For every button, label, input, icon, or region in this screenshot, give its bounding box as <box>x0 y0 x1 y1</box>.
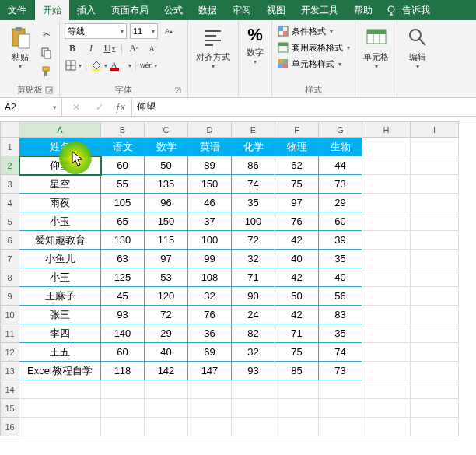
table-cell[interactable] <box>411 268 459 287</box>
table-cell[interactable] <box>362 156 411 175</box>
font-size-select[interactable]: 11▾ <box>130 23 158 39</box>
tell-me[interactable]: 告诉我 <box>402 0 438 20</box>
table-cell[interactable]: 150 <box>188 175 232 194</box>
table-cell[interactable] <box>319 418 362 436</box>
table-cell[interactable]: 35 <box>232 194 275 212</box>
font-name-select[interactable]: 等线▾ <box>65 23 127 39</box>
table-cell[interactable]: 42 <box>275 268 319 287</box>
table-cell[interactable] <box>362 399 411 418</box>
table-cell[interactable] <box>275 418 319 436</box>
table-cell[interactable]: 29 <box>145 324 188 343</box>
table-cell[interactable]: 100 <box>188 231 232 250</box>
confirm-check-icon[interactable]: ✓ <box>92 100 107 115</box>
phonetic-button[interactable]: wén <box>140 58 158 73</box>
tab-dev[interactable]: 开发工具 <box>293 0 346 20</box>
table-cell[interactable] <box>101 418 145 436</box>
tab-review[interactable]: 审阅 <box>225 0 259 20</box>
table-cell[interactable]: 42 <box>275 306 319 324</box>
table-header-cell[interactable]: 生物 <box>319 138 362 156</box>
table-cell[interactable]: 张三 <box>19 306 101 324</box>
table-header-cell[interactable]: 数学 <box>145 138 188 156</box>
table-cell[interactable] <box>319 399 362 418</box>
table-cell[interactable]: 72 <box>145 306 188 324</box>
table-header-cell[interactable] <box>362 138 411 156</box>
table-cell[interactable]: 76 <box>275 212 319 231</box>
table-cell[interactable]: 74 <box>319 343 362 362</box>
table-cell[interactable]: 小鱼儿 <box>19 250 101 268</box>
table-cell[interactable]: 32 <box>188 287 232 306</box>
number-button[interactable]: % 数字 ▾ <box>243 23 267 67</box>
table-cell[interactable]: 王麻子 <box>19 287 101 306</box>
table-cell[interactable]: 71 <box>275 324 319 343</box>
cells-button[interactable]: 单元格 ▾ <box>360 23 392 72</box>
conditional-format-button[interactable]: 条件格式▾ <box>277 23 350 39</box>
fx-icon[interactable]: ƒx <box>115 102 125 113</box>
table-cell[interactable] <box>411 175 459 194</box>
table-cell[interactable]: 李四 <box>19 324 101 343</box>
table-cell[interactable] <box>411 362 459 380</box>
format-table-button[interactable]: 套用表格格式▾ <box>277 40 350 55</box>
bold-button[interactable]: B <box>65 40 80 56</box>
table-header-cell[interactable]: 语文 <box>101 138 145 156</box>
table-cell[interactable]: 42 <box>275 231 319 250</box>
row-header[interactable]: 1 <box>1 138 19 156</box>
lightbulb-icon[interactable] <box>380 0 402 20</box>
table-cell[interactable]: 147 <box>188 362 232 380</box>
table-cell[interactable] <box>362 287 411 306</box>
fill-color-button[interactable] <box>90 58 107 73</box>
table-cell[interactable] <box>188 399 232 418</box>
select-all-corner[interactable] <box>1 122 19 138</box>
col-header[interactable]: G <box>319 122 362 138</box>
table-cell[interactable] <box>362 194 411 212</box>
row-header[interactable]: 15 <box>1 399 19 418</box>
table-cell[interactable] <box>188 380 232 399</box>
table-cell[interactable]: 69 <box>188 343 232 362</box>
table-cell[interactable]: 73 <box>319 362 362 380</box>
table-cell[interactable]: 45 <box>101 287 145 306</box>
table-cell[interactable]: 44 <box>319 156 362 175</box>
table-cell[interactable]: 24 <box>232 306 275 324</box>
copy-button[interactable] <box>39 45 54 61</box>
table-cell[interactable] <box>362 324 411 343</box>
table-cell[interactable]: 93 <box>232 362 275 380</box>
table-cell[interactable]: Excel教程自学 <box>19 362 101 380</box>
table-cell[interactable]: 36 <box>188 324 232 343</box>
decrease-font-a-button[interactable]: Aˇ <box>145 40 160 56</box>
table-header-cell[interactable] <box>411 138 459 156</box>
table-cell[interactable]: 仰望 <box>19 156 101 175</box>
table-cell[interactable]: 97 <box>275 194 319 212</box>
col-header[interactable]: C <box>145 122 188 138</box>
table-cell[interactable]: 35 <box>319 324 362 343</box>
table-header-cell[interactable]: 姓名 <box>19 138 101 156</box>
table-cell[interactable] <box>362 231 411 250</box>
table-cell[interactable]: 65 <box>101 212 145 231</box>
table-cell[interactable] <box>19 380 101 399</box>
table-cell[interactable]: 50 <box>145 156 188 175</box>
table-cell[interactable]: 140 <box>101 324 145 343</box>
table-cell[interactable]: 星空 <box>19 175 101 194</box>
table-cell[interactable]: 71 <box>232 268 275 287</box>
row-header[interactable]: 12 <box>1 343 19 362</box>
row-header[interactable]: 11 <box>1 324 19 343</box>
table-cell[interactable]: 60 <box>101 156 145 175</box>
table-cell[interactable]: 60 <box>319 212 362 231</box>
col-header[interactable]: H <box>362 122 411 138</box>
table-cell[interactable] <box>101 380 145 399</box>
table-cell[interactable] <box>145 399 188 418</box>
name-box[interactable]: A2▾ <box>0 98 62 116</box>
table-cell[interactable]: 爱知趣教育 <box>19 231 101 250</box>
launcher-icon[interactable] <box>45 86 54 96</box>
table-cell[interactable]: 雨夜 <box>19 194 101 212</box>
table-cell[interactable] <box>362 343 411 362</box>
table-cell[interactable] <box>411 194 459 212</box>
tab-insert[interactable]: 插入 <box>69 0 103 20</box>
tab-layout[interactable]: 页面布局 <box>103 0 156 20</box>
table-cell[interactable]: 125 <box>101 268 145 287</box>
row-header[interactable]: 8 <box>1 268 19 287</box>
table-cell[interactable] <box>411 306 459 324</box>
table-cell[interactable]: 37 <box>188 212 232 231</box>
table-cell[interactable]: 40 <box>319 268 362 287</box>
col-header[interactable]: I <box>411 122 459 138</box>
table-cell[interactable]: 35 <box>319 250 362 268</box>
row-header[interactable]: 7 <box>1 250 19 268</box>
